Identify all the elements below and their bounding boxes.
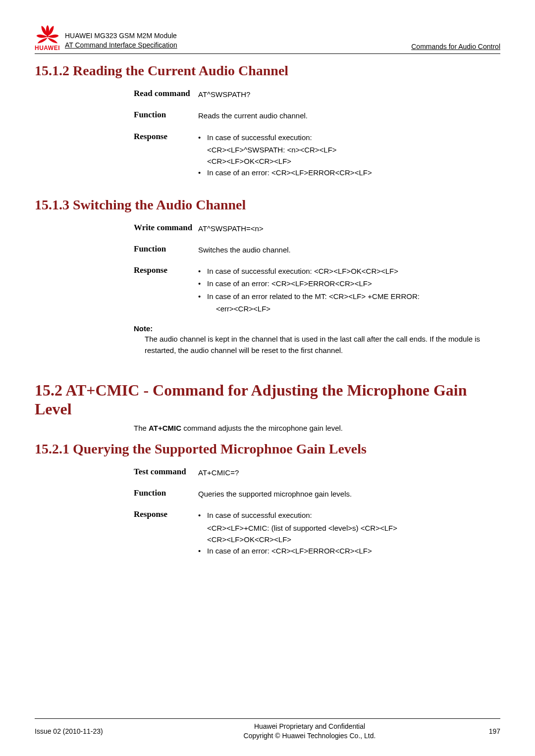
function-label: Function — [134, 244, 198, 254]
huawei-petal-icon — [35, 25, 60, 45]
function-value: Queries the supported microphnoe gain le… — [198, 488, 500, 500]
response-label: Response — [134, 265, 198, 275]
function-value: Reads the current audio channel. — [198, 110, 500, 121]
test-command-value: AT+CMIC=? — [198, 467, 500, 478]
response-value: •In case of successful execution: <CR><L… — [198, 265, 500, 314]
test-command-label: Test command — [134, 467, 198, 477]
section-15-1-3-title: 15.1.3 Switching the Audio Channel — [35, 197, 500, 213]
footer-issue: Issue 02 (2010-11-23) — [35, 727, 159, 735]
header-product: HUAWEI MG323 GSM M2M Module — [65, 31, 411, 41]
header-subtitle: AT Command Interface Specification — [65, 41, 411, 50]
response-label: Response — [134, 509, 198, 519]
section-15-2-para: The AT+CMIC command adjusts the the mirc… — [134, 424, 500, 432]
function-label: Function — [134, 488, 198, 498]
response-value: •In case of successful execution: <CR><L… — [198, 132, 500, 180]
header-title-block: HUAWEI MG323 GSM M2M Module AT Command I… — [65, 31, 411, 51]
read-command-label: Read command — [134, 89, 198, 99]
note-title: Note: — [134, 324, 500, 333]
function-value: Switches the audio channel. — [198, 244, 500, 255]
response-label: Response — [134, 132, 198, 142]
note-block: Note: The audio channel is kept in the c… — [134, 324, 500, 356]
read-command-value: AT^SWSPATH? — [198, 89, 500, 100]
header-right: Commands for Audio Control — [411, 43, 500, 51]
section-15-2-title: 15.2 AT+CMIC - Command for Adjusting the… — [35, 381, 500, 419]
footer-center: Huawei Proprietary and Confidential Copy… — [159, 722, 461, 741]
note-text: The audio channel is kept in the channel… — [145, 334, 500, 356]
huawei-logo: HUAWEI — [35, 25, 60, 51]
page-footer: Issue 02 (2010-11-23) Huawei Proprietary… — [35, 718, 500, 741]
function-label: Function — [134, 110, 198, 120]
section-15-1-2-title: 15.1.2 Reading the Current Audio Channel — [35, 63, 500, 79]
write-command-label: Write command — [134, 223, 198, 233]
page-header: HUAWEI HUAWEI MG323 GSM M2M Module AT Co… — [35, 25, 500, 54]
section-15-2-1-title: 15.2.1 Querying the Supported Microphnoe… — [35, 441, 500, 457]
brand-text: HUAWEI — [35, 45, 60, 51]
write-command-value: AT^SWSPATH=<n> — [198, 223, 500, 234]
response-value: •In case of successful execution: <CR><L… — [198, 509, 500, 557]
footer-page-number: 197 — [461, 727, 500, 735]
